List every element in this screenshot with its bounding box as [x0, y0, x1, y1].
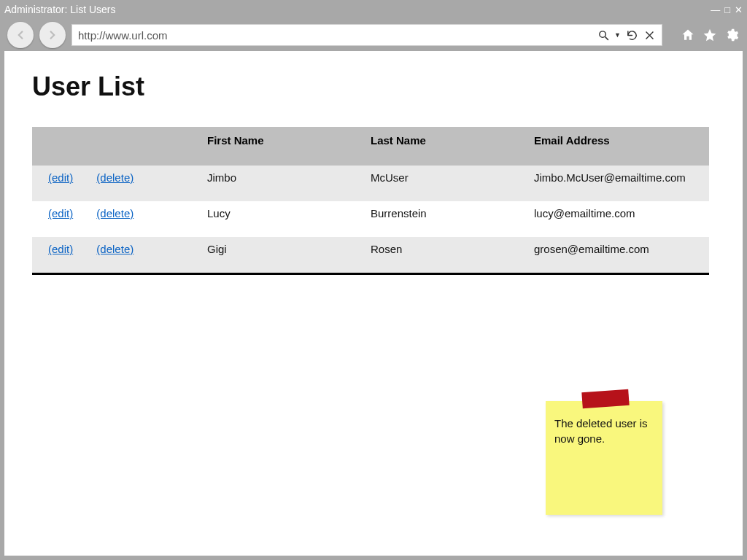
search-dropdown-icon[interactable]: ▼ [614, 31, 621, 39]
close-button[interactable]: ✕ [735, 5, 743, 15]
cell-email: lucy@emailtime.com [525, 201, 709, 237]
col-first-name: First Name [198, 127, 362, 166]
row-actions: (edit) (delete) [32, 237, 198, 274]
page-title: User List [32, 71, 715, 102]
minimize-button[interactable]: — [711, 5, 720, 15]
settings-icon[interactable] [724, 27, 740, 43]
cell-email: grosen@emailtime.com [525, 237, 709, 274]
cell-last-name: Rosen [362, 237, 525, 274]
toolbar-right-icons [680, 27, 740, 43]
cell-first-name: Lucy [198, 201, 362, 237]
arrow-left-icon [14, 28, 27, 42]
edit-link[interactable]: (edit) [48, 207, 73, 219]
address-url: http://www.url.com [78, 29, 597, 42]
cell-email: Jimbo.McUser@emailtime.com [525, 166, 709, 201]
home-icon[interactable] [680, 27, 696, 43]
sticky-note: The deleted user is now gone. [546, 401, 662, 515]
maximize-button[interactable]: □ [724, 5, 730, 15]
refresh-icon[interactable] [625, 28, 638, 42]
search-icon[interactable] [597, 28, 610, 42]
address-bar-icons: ▼ [597, 28, 656, 42]
page-content: User List First Name Last Name Email Add… [4, 51, 743, 556]
note-text: The deleted user is now gone. [554, 416, 654, 446]
delete-link[interactable]: (delete) [96, 171, 133, 184]
col-last-name: Last Name [362, 127, 525, 166]
table-row: (edit) (delete) Jimbo McUser Jimbo.McUse… [32, 166, 709, 201]
address-bar[interactable]: http://www.url.com ▼ [71, 24, 662, 46]
svg-point-0 [599, 31, 605, 37]
edit-link[interactable]: (edit) [48, 243, 73, 255]
note-tape [581, 389, 629, 408]
delete-link[interactable]: (delete) [96, 207, 133, 219]
cell-last-name: Burrenstein [362, 201, 525, 237]
stop-icon[interactable] [643, 28, 656, 42]
delete-link[interactable]: (delete) [96, 243, 133, 255]
edit-link[interactable]: (edit) [48, 171, 73, 184]
cell-first-name: Jimbo [198, 166, 362, 201]
cell-last-name: McUser [362, 166, 525, 201]
svg-line-1 [605, 36, 608, 39]
row-actions: (edit) (delete) [32, 166, 198, 201]
browser-toolbar: http://www.url.com ▼ [0, 19, 747, 51]
favorites-icon[interactable] [702, 27, 718, 43]
table-row: (edit) (delete) Gigi Rosen grosen@emailt… [32, 237, 709, 274]
table-row: (edit) (delete) Lucy Burrenstein lucy@em… [32, 201, 709, 237]
forward-button[interactable] [39, 22, 66, 48]
col-email: Email Address [525, 127, 709, 166]
arrow-right-icon [46, 28, 59, 42]
users-table: First Name Last Name Email Address (edit… [32, 127, 709, 275]
window-controls: — □ ✕ [711, 5, 743, 15]
cell-first-name: Gigi [198, 237, 362, 274]
row-actions: (edit) (delete) [32, 201, 198, 237]
window-titlebar: Administrator: List Users — □ ✕ [0, 0, 747, 19]
back-button[interactable] [7, 22, 34, 48]
col-actions [32, 127, 198, 166]
table-header-row: First Name Last Name Email Address [32, 127, 709, 166]
window-title: Administrator: List Users [4, 4, 711, 15]
